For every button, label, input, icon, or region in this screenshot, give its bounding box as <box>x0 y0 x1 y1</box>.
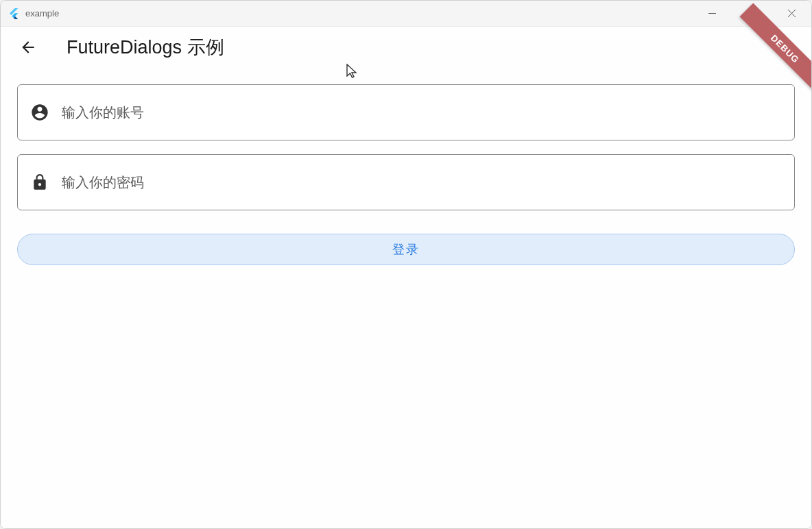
appbar: FutureDialogs 示例 <box>1 27 811 68</box>
page-title: FutureDialogs 示例 <box>67 35 224 60</box>
minimize-button[interactable] <box>692 1 732 26</box>
back-button[interactable] <box>14 34 42 61</box>
password-input[interactable] <box>62 175 782 190</box>
login-button-label: 登录 <box>392 241 420 258</box>
app-content: FutureDialogs 示例 登录 DEBUG <box>1 27 811 528</box>
app-window: example FutureDialogs 示例 <box>0 0 812 529</box>
password-field[interactable] <box>17 154 795 210</box>
username-input[interactable] <box>62 105 782 121</box>
lock-icon <box>30 173 49 192</box>
arrow-back-icon <box>19 38 37 56</box>
window-title: example <box>25 8 59 19</box>
person-icon <box>30 103 49 122</box>
titlebar-left: example <box>8 8 59 20</box>
close-button[interactable] <box>772 1 811 26</box>
titlebar: example <box>1 1 811 27</box>
username-field[interactable] <box>17 84 795 140</box>
login-button[interactable]: 登录 <box>17 234 795 265</box>
flutter-icon <box>8 8 20 20</box>
login-form: 登录 <box>1 68 811 282</box>
svg-rect-0 <box>708 13 716 14</box>
